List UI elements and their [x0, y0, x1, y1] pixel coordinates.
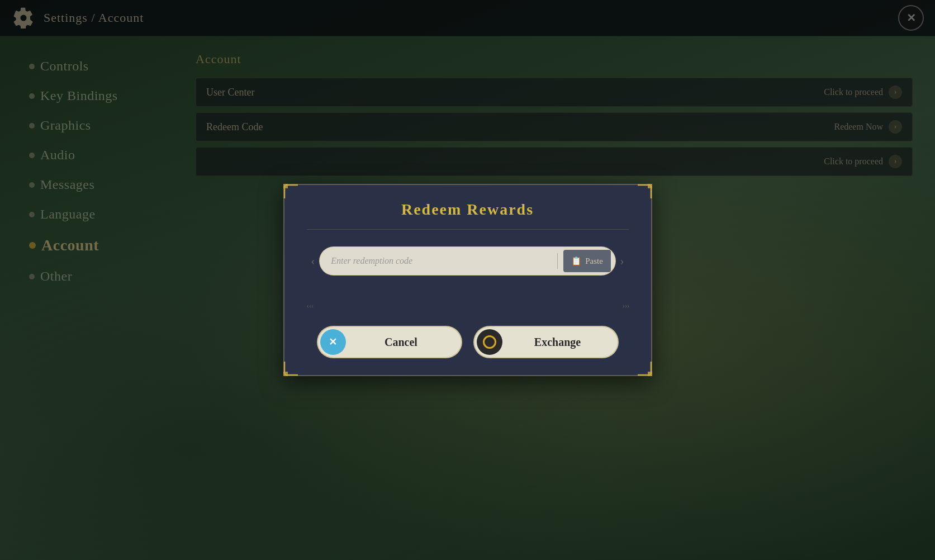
svg-rect-3: [648, 372, 652, 376]
modal-body: ‹ 📋 Paste ›: [284, 230, 651, 298]
exchange-icon: [477, 329, 502, 355]
redemption-input-wrap: 📋 Paste: [319, 246, 616, 276]
button-row: ✕ Cancel Exchange: [284, 326, 651, 358]
paste-icon: 📋: [571, 256, 582, 266]
modal-bottom-deco: ‹ ‹ ‹ › › ›: [284, 298, 651, 315]
paste-button[interactable]: 📋 Paste: [563, 250, 611, 272]
deco-arrows-right: › › ›: [623, 302, 629, 311]
exchange-label: Exchange: [502, 336, 618, 349]
input-right-arrow: ›: [616, 255, 629, 268]
redeem-modal: Redeem Rewards ‹ 📋 Paste ›: [283, 184, 652, 376]
paste-divider: [557, 253, 558, 269]
cancel-label: Cancel: [346, 336, 461, 349]
exchange-button[interactable]: Exchange: [473, 326, 619, 358]
modal-backdrop: Redeem Rewards ‹ 📋 Paste ›: [0, 0, 935, 560]
corner-br: [637, 360, 652, 376]
input-left-arrow: ‹: [307, 255, 320, 268]
settings-overlay: Settings / Account ✕ Controls Key Bindin…: [0, 0, 935, 560]
modal-title: Redeem Rewards: [284, 201, 651, 219]
paste-label: Paste: [585, 257, 603, 266]
modal-header: Redeem Rewards: [284, 185, 651, 230]
redemption-code-input[interactable]: [331, 256, 552, 266]
input-section: ‹ 📋 Paste ›: [307, 246, 629, 276]
corner-bl: [283, 360, 299, 376]
deco-arrows-left: ‹ ‹ ‹: [307, 302, 313, 311]
svg-rect-2: [283, 372, 288, 376]
cancel-icon: ✕: [320, 329, 346, 355]
cancel-button[interactable]: ✕ Cancel: [317, 326, 462, 358]
